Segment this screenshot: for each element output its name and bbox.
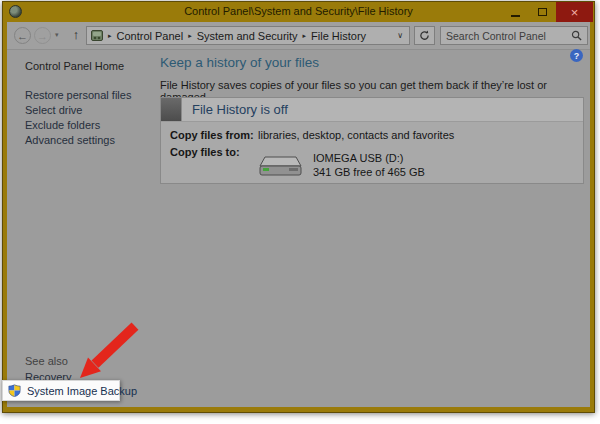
close-icon: × bbox=[571, 6, 579, 19]
breadcrumb-system-and-security[interactable]: System and Security bbox=[197, 30, 298, 42]
minimize-icon bbox=[511, 15, 520, 17]
sidebar-item-system-image-backup[interactable]: System Image Backup bbox=[27, 385, 137, 397]
copy-from-value: libraries, desktop, contacts and favorit… bbox=[258, 129, 454, 141]
uac-shield-icon bbox=[8, 384, 21, 397]
copy-from-label: Copy files from: bbox=[170, 129, 254, 141]
titlebar[interactable]: Control Panel\System and Security\File H… bbox=[3, 2, 594, 22]
back-button[interactable]: ← bbox=[14, 27, 31, 44]
sidebar-item-restore-personal-files[interactable]: Restore personal files bbox=[25, 89, 157, 104]
forward-icon: → bbox=[37, 30, 48, 42]
refresh-icon bbox=[419, 30, 430, 41]
drive-space: 341 GB free of 465 GB bbox=[313, 166, 425, 178]
address-dropdown-icon[interactable]: ∨ bbox=[397, 31, 403, 40]
up-button[interactable]: ↑ bbox=[69, 27, 83, 42]
back-icon: ← bbox=[17, 30, 28, 42]
maximize-icon bbox=[538, 8, 547, 16]
maximize-button[interactable] bbox=[529, 2, 556, 22]
sidebar: Control Panel Home Restore personal file… bbox=[25, 60, 157, 149]
forward-button[interactable]: → bbox=[34, 27, 51, 44]
drive-name: IOMEGA USB (D:) bbox=[313, 152, 403, 164]
chevron-down-icon: ▾ bbox=[55, 31, 59, 38]
status-panel-header: File History is off bbox=[161, 98, 583, 122]
refresh-button[interactable] bbox=[414, 26, 435, 45]
recent-pages-dropdown[interactable]: ▾ bbox=[55, 31, 59, 39]
up-icon: ↑ bbox=[73, 27, 80, 42]
caption-buttons: × bbox=[502, 2, 593, 22]
close-button[interactable]: × bbox=[556, 2, 593, 22]
page-title: Keep a history of your files bbox=[160, 55, 319, 70]
breadcrumb-control-panel[interactable]: Control Panel bbox=[117, 30, 184, 42]
annotation-arrow-icon bbox=[55, 318, 140, 386]
hard-drive-icon bbox=[258, 150, 304, 184]
file-history-status-icon bbox=[161, 98, 182, 121]
search-icon[interactable] bbox=[571, 30, 582, 41]
address-bar[interactable]: ▸ Control Panel ▸ System and Security ▸ … bbox=[86, 26, 410, 45]
search-box[interactable] bbox=[440, 26, 588, 45]
breadcrumb-separator-icon: ▸ bbox=[303, 32, 307, 40]
search-input[interactable] bbox=[441, 30, 571, 42]
status-title: File History is off bbox=[192, 102, 288, 117]
minimize-button[interactable] bbox=[502, 2, 529, 22]
breadcrumb-file-history[interactable]: File History bbox=[311, 30, 366, 42]
sidebar-item-control-panel-home[interactable]: Control Panel Home bbox=[25, 60, 157, 72]
sidebar-item-advanced-settings[interactable]: Advanced settings bbox=[25, 134, 157, 149]
breadcrumb-separator-icon: ▸ bbox=[188, 32, 192, 40]
sidebar-item-exclude-folders[interactable]: Exclude folders bbox=[25, 119, 157, 134]
control-panel-icon bbox=[91, 30, 103, 41]
help-button[interactable]: ? bbox=[570, 49, 583, 62]
breadcrumb-separator-icon: ▸ bbox=[108, 32, 112, 40]
copy-to-label: Copy files to: bbox=[170, 146, 240, 158]
sidebar-item-select-drive[interactable]: Select drive bbox=[25, 104, 157, 119]
file-history-status-panel: File History is off Copy files from: lib… bbox=[160, 97, 584, 184]
navigation-bar: ← → ▾ ↑ ▸ Control Panel ▸ System and Sec… bbox=[7, 22, 590, 50]
help-icon: ? bbox=[574, 51, 580, 61]
